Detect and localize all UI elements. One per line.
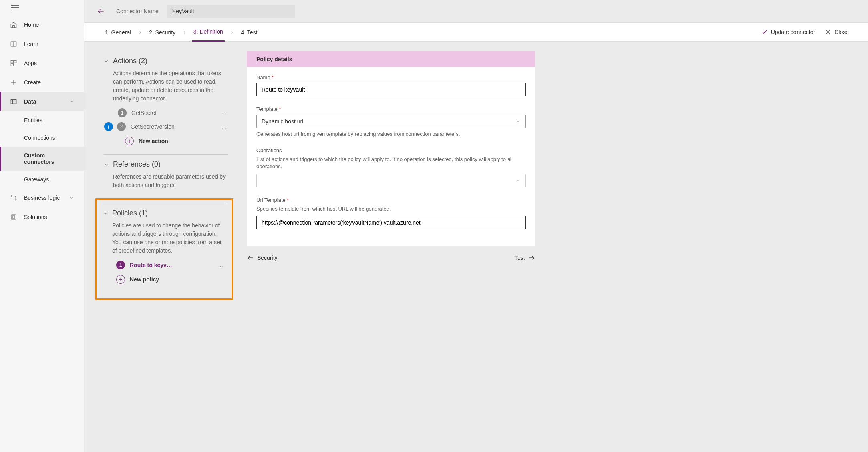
flow-icon <box>10 194 18 202</box>
nav-data[interactable]: Data <box>0 92 84 111</box>
nav-entities[interactable]: Entities <box>0 111 84 129</box>
operations-field: Operations List of actions and triggers … <box>256 147 526 187</box>
new-policy-label: New policy <box>130 276 159 283</box>
template-help: Generates host url from given template b… <box>256 131 526 138</box>
nav-home-label: Home <box>24 22 39 28</box>
action-label: GetSecret <box>131 110 216 116</box>
arrow-right-icon <box>528 254 535 261</box>
nav-custom-connectors[interactable]: Custom connectors <box>0 147 84 171</box>
info-icon: i <box>104 122 113 131</box>
nav-solutions[interactable]: Solutions <box>0 207 84 227</box>
url-template-input[interactable] <box>256 216 526 229</box>
book-icon <box>10 40 18 48</box>
policies-highlight: Policies (1) Policies are used to change… <box>95 198 233 300</box>
actions-section: Actions (2) Actions determine the operat… <box>103 51 228 154</box>
hamburger-menu[interactable] <box>0 0 84 15</box>
data-icon <box>10 98 18 106</box>
nav-learn[interactable]: Learn <box>0 34 84 54</box>
svg-rect-12 <box>11 215 16 219</box>
nav-gateways[interactable]: Gateways <box>0 171 84 188</box>
next-test-link[interactable]: Test <box>514 254 535 261</box>
policies-section: Policies (1) Policies are used to change… <box>103 203 226 293</box>
close-label: Close <box>834 29 849 35</box>
template-select[interactable]: Dynamic host url <box>256 115 526 128</box>
nav-apps[interactable]: Apps <box>0 54 84 73</box>
check-icon <box>761 29 768 35</box>
chevron-down-icon <box>516 119 520 124</box>
actions-description: Actions determine the operations that us… <box>113 69 228 103</box>
breadcrumb-definition[interactable]: 3. Definition <box>192 28 225 42</box>
svg-rect-4 <box>11 64 13 66</box>
nav-create-label: Create <box>24 79 41 86</box>
svg-rect-3 <box>14 60 16 63</box>
item-number-badge: 1 <box>118 108 127 117</box>
nav-learn-label: Learn <box>24 41 38 47</box>
nav-business-logic[interactable]: Business logic <box>0 188 84 207</box>
new-action-label: New action <box>139 138 168 144</box>
svg-point-11 <box>15 199 16 200</box>
breadcrumb-test[interactable]: 4. Test <box>239 29 259 41</box>
chevron-down-icon <box>69 195 74 200</box>
nav-connections[interactable]: Connections <box>0 129 84 147</box>
policy-label: Route to keyv… <box>130 262 215 268</box>
breadcrumb-general[interactable]: 1. General <box>103 29 133 41</box>
left-panel: Actions (2) Actions determine the operat… <box>103 51 228 442</box>
action-item-getsecret[interactable]: 1 GetSecret … <box>103 106 228 120</box>
svg-rect-2 <box>11 60 13 63</box>
new-action-button[interactable]: + New action <box>103 133 228 149</box>
name-input[interactable] <box>256 83 526 96</box>
chevron-down-icon <box>103 58 109 64</box>
nav-home[interactable]: Home <box>0 15 84 34</box>
more-icon[interactable]: … <box>220 262 226 268</box>
nav-apps-label: Apps <box>24 60 37 66</box>
url-template-field: Url Template * Specifies template from w… <box>256 197 526 229</box>
chevron-down-icon <box>103 162 109 167</box>
prev-security-link[interactable]: Security <box>247 254 278 261</box>
references-header[interactable]: References (0) <box>103 160 228 169</box>
hamburger-icon <box>11 7 19 8</box>
connector-name-input[interactable] <box>167 5 295 18</box>
action-item-getsecretversion[interactable]: i 2 GetSecretVersion … <box>103 120 228 133</box>
template-label: Template * <box>256 106 526 112</box>
actions-header[interactable]: Actions (2) <box>103 57 228 65</box>
svg-rect-7 <box>11 100 16 104</box>
close-button[interactable]: Close <box>825 29 849 35</box>
operations-help: List of actions and triggers to which th… <box>256 156 526 170</box>
operations-label: Operations <box>256 147 526 153</box>
update-connector-button[interactable]: Update connector <box>761 29 816 35</box>
chevron-right-icon: › <box>231 29 233 35</box>
item-number-badge: 1 <box>116 261 125 269</box>
url-template-label: Url Template * <box>256 197 526 203</box>
breadcrumb-security[interactable]: 2. Security <box>147 29 177 41</box>
plus-circle-icon: + <box>125 137 134 145</box>
references-description: References are reusable parameters used … <box>113 173 228 189</box>
action-label: GetSecretVersion <box>131 123 216 130</box>
actions-title: Actions (2) <box>113 57 147 65</box>
url-template-help: Specifies template from which host URL w… <box>256 205 526 213</box>
policies-header[interactable]: Policies (1) <box>103 209 226 217</box>
home-icon <box>10 21 18 29</box>
template-field: Template * Dynamic host url Generates ho… <box>256 106 526 138</box>
references-section: References (0) References are reusable p… <box>103 154 228 198</box>
more-icon[interactable]: … <box>221 110 228 116</box>
chevron-right-icon: › <box>183 29 185 35</box>
content-area: Actions (2) Actions determine the operat… <box>84 42 868 452</box>
more-icon[interactable]: … <box>221 123 228 130</box>
nav-create[interactable]: Create <box>0 73 84 92</box>
plus-circle-icon: + <box>116 275 125 284</box>
nav-solutions-label: Solutions <box>24 214 47 220</box>
chevron-right-icon: › <box>139 29 141 35</box>
policy-item-route[interactable]: 1 Route to keyv… … <box>103 258 226 272</box>
close-icon <box>825 29 831 35</box>
breadcrumb: 1. General › 2. Security › 3. Definition… <box>84 23 868 42</box>
nav-business-logic-label: Business logic <box>24 195 60 201</box>
chevron-up-icon <box>69 99 74 104</box>
template-value: Dynamic host url <box>262 118 303 125</box>
back-button[interactable] <box>94 4 108 18</box>
operations-select[interactable] <box>256 174 526 187</box>
sidebar: Home Learn Apps Create Data Entities Con… <box>0 0 84 452</box>
new-policy-button[interactable]: + New policy <box>103 272 226 287</box>
arrow-left-icon <box>247 254 254 261</box>
solutions-icon <box>10 213 18 221</box>
footer-nav: Security Test <box>247 246 535 269</box>
